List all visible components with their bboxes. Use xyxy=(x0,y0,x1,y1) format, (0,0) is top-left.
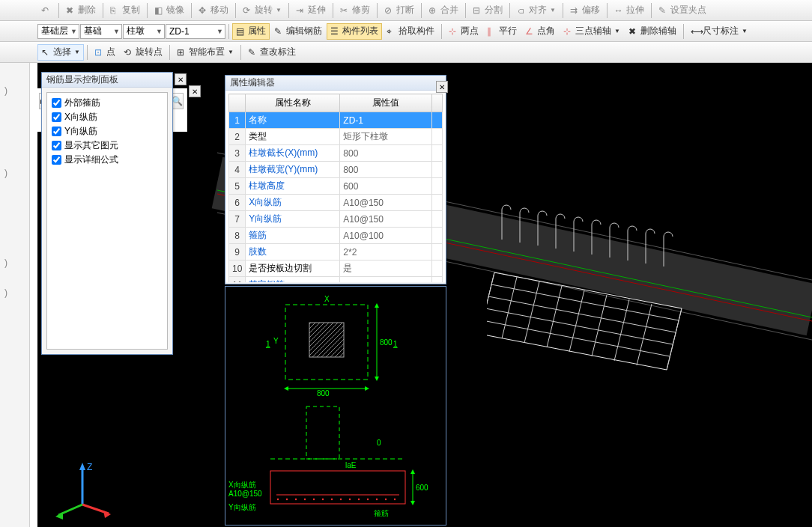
svg-point-55 xyxy=(394,499,396,500)
merge-button[interactable]: ⊕合并 xyxy=(425,2,462,19)
rebar-check-item[interactable]: 外部箍筋 xyxy=(50,96,164,110)
layer-dropdown[interactable]: 基础层▼ xyxy=(37,24,79,39)
select-button[interactable]: ↖选择▼ xyxy=(37,44,84,61)
three-point-axis-button[interactable]: ⊹三点辅轴▼ xyxy=(560,23,624,40)
property-value[interactable]: 800 xyxy=(340,145,432,162)
property-value[interactable]: A10@100 xyxy=(340,228,432,244)
svg-point-52 xyxy=(367,499,369,500)
svg-text:laE: laE xyxy=(345,461,357,469)
property-row[interactable]: 11其它钢筋 xyxy=(229,277,443,283)
svg-text:X: X xyxy=(324,295,330,303)
rebar-check-item[interactable]: Y向纵筋 xyxy=(50,124,164,138)
align-button[interactable]: ⫏对齐▼ xyxy=(513,2,560,19)
svg-text:Z: Z xyxy=(87,462,92,472)
property-value[interactable]: 600 xyxy=(340,178,432,195)
property-value[interactable]: 2*2 xyxy=(340,244,432,261)
rebar-check-item[interactable]: X向纵筋 xyxy=(50,110,164,124)
point-button[interactable]: ⊡点 xyxy=(91,44,119,61)
undo-button[interactable]: ↶ xyxy=(37,2,55,19)
svg-point-46 xyxy=(313,499,315,500)
move-button[interactable]: ✥移动 xyxy=(195,2,232,19)
setgrip-button[interactable]: ✎设置夹点 xyxy=(655,2,710,19)
property-name: 箍筋 xyxy=(246,228,340,244)
rebar-checkbox[interactable] xyxy=(52,141,61,150)
dimension-button[interactable]: ⟷尺寸标注▼ xyxy=(687,23,751,40)
property-row[interactable]: 10是否按板边切割是 xyxy=(229,261,443,277)
break-button[interactable]: ⊘打断 xyxy=(381,2,418,19)
svg-marker-58 xyxy=(410,501,415,505)
property-row[interactable]: 3柱墩截长(X)(mm)800 xyxy=(229,145,443,162)
svg-marker-30 xyxy=(365,386,369,391)
rotate-point-button[interactable]: ⟲旋转点 xyxy=(120,44,166,61)
svg-point-44 xyxy=(295,499,297,500)
tree-close-button[interactable]: ✕ xyxy=(189,85,201,97)
property-value[interactable]: A10@150 xyxy=(340,195,432,211)
trim-button[interactable]: ✂修剪 xyxy=(336,2,374,19)
parallel-button[interactable]: ∥平行 xyxy=(483,23,521,40)
stretch-button[interactable]: ↔拉伸 xyxy=(610,2,648,19)
property-value[interactable]: ZD-1 xyxy=(340,112,432,129)
property-value[interactable]: 800 xyxy=(340,162,432,178)
svg-text:1: 1 xyxy=(266,340,270,348)
property-editor-close-button[interactable]: ✕ xyxy=(436,81,448,93)
svg-marker-23 xyxy=(103,511,111,518)
section-view[interactable]: 800 800 X Y 1 1 600 0 xyxy=(225,286,446,526)
svg-marker-20 xyxy=(79,463,85,470)
subtype-dropdown[interactable]: 柱墩▼ xyxy=(123,24,165,39)
property-row[interactable]: 2类型矩形下柱墩 xyxy=(229,129,443,145)
property-row[interactable]: 6X向纵筋A10@150 xyxy=(229,195,443,211)
extend-button[interactable]: ⇥延伸 xyxy=(292,2,330,19)
rebar-checkbox[interactable] xyxy=(52,112,61,122)
svg-marker-32 xyxy=(375,303,379,308)
property-row[interactable]: 9肢数2*2 xyxy=(229,244,443,261)
delete-axis-button[interactable]: ✖删除辅轴 xyxy=(625,23,680,40)
col-property-name: 属性名称 xyxy=(246,94,340,112)
twopoint-button[interactable]: ⊹两点 xyxy=(445,23,482,40)
property-row[interactable]: 5柱墩高度600 xyxy=(229,178,443,195)
property-row[interactable]: 4柱墩截宽(Y)(mm)800 xyxy=(229,162,443,178)
code-dropdown[interactable]: ZD-1▼ xyxy=(166,24,225,39)
rebar-check-item[interactable]: 显示详细公式 xyxy=(50,153,164,167)
delete-button[interactable]: ✖删除 xyxy=(62,2,100,19)
mirror-button[interactable]: ◧镜像 xyxy=(151,2,188,19)
properties-button[interactable]: ▤属性 xyxy=(232,23,270,40)
rebar-checkbox[interactable] xyxy=(52,98,61,108)
property-value[interactable]: 矩形下柱墩 xyxy=(340,129,432,145)
category-dropdown[interactable]: 基础▼ xyxy=(80,24,122,39)
component-list-button[interactable]: ☰构件列表 xyxy=(327,23,382,40)
svg-marker-25 xyxy=(55,512,63,520)
label-xbar: X向纵筋 xyxy=(228,481,256,489)
split-button[interactable]: ⊟分割 xyxy=(469,2,506,19)
svg-marker-57 xyxy=(410,469,415,474)
rotate-button[interactable]: ⟳旋转▼ xyxy=(239,2,285,19)
property-value[interactable] xyxy=(340,277,432,283)
property-value[interactable]: A10@150 xyxy=(340,211,432,228)
rebar-checkbox[interactable] xyxy=(52,127,61,136)
point-angle-button[interactable]: ∠点角 xyxy=(521,23,559,40)
copy-button[interactable]: ⎘复制 xyxy=(106,2,144,19)
property-editor-panel[interactable]: 属性编辑器 属性名称 属性值 1名称ZD-12类型矩形下柱墩3柱墩截长(X)(m… xyxy=(225,75,446,284)
smart-layout-button[interactable]: ⊞智能布置▼ xyxy=(173,44,237,61)
property-name: 类型 xyxy=(246,129,340,145)
property-value[interactable]: 是 xyxy=(340,261,432,277)
svg-marker-29 xyxy=(284,386,288,391)
change-annotation-button[interactable]: ✎查改标注 xyxy=(244,44,300,61)
label-ybar: Y向纵筋 xyxy=(228,503,256,511)
left-dock: ) ) ) ) xyxy=(0,63,30,527)
svg-line-9 xyxy=(524,281,539,343)
rebar-panel-close-button[interactable]: ✕ xyxy=(175,73,187,85)
pick-component-button[interactable]: ⌖拾取构件 xyxy=(383,23,438,40)
property-row[interactable]: 7Y向纵筋A10@150 xyxy=(229,211,443,228)
property-name: 肢数 xyxy=(246,244,340,261)
edit-rebar-button[interactable]: ✎编辑钢筋 xyxy=(270,23,326,40)
offset-button[interactable]: ⇉偏移 xyxy=(566,2,604,19)
rebar-check-item[interactable]: 显示其它图元 xyxy=(50,138,164,153)
property-row[interactable]: 1名称ZD-1 xyxy=(229,112,443,129)
svg-point-45 xyxy=(304,499,306,500)
property-row[interactable]: 8箍筋A10@100 xyxy=(229,228,443,244)
property-grid[interactable]: 属性名称 属性值 1名称ZD-12类型矩形下柱墩3柱墩截长(X)(mm)8004… xyxy=(228,94,443,282)
rebar-display-panel[interactable]: 钢筋显示控制面板 外部箍筋X向纵筋Y向纵筋显示其它图元显示详细公式 xyxy=(41,72,173,355)
property-name: 是否按板边切割 xyxy=(246,261,340,277)
rebar-checkbox[interactable] xyxy=(52,155,61,165)
svg-rect-27 xyxy=(309,323,344,357)
